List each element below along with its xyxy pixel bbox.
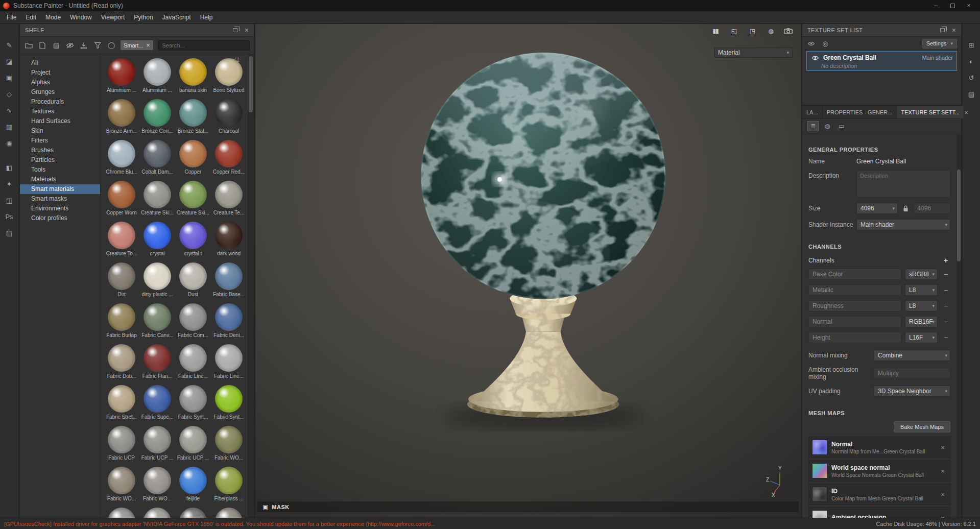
symmetry-tool-icon[interactable]: ✦ bbox=[3, 178, 15, 189]
material-item[interactable]: Aluminium ... bbox=[105, 58, 138, 93]
channels-subtab-icon[interactable]: ◍ bbox=[822, 121, 833, 131]
channel-name-field[interactable]: Base Color bbox=[808, 269, 901, 280]
menu-edit[interactable]: Edit bbox=[21, 11, 41, 23]
material-item[interactable]: crystal bbox=[140, 222, 174, 256]
mesh-map-item[interactable]: NormalNormal Map from Me...Green Crystal… bbox=[808, 437, 950, 458]
shelf-category-alphas[interactable]: Alphas bbox=[20, 78, 100, 87]
add-channel-icon[interactable]: + bbox=[941, 257, 950, 264]
close-tab-icon[interactable]: × bbox=[964, 106, 968, 118]
clear-mesh-map-icon[interactable]: × bbox=[939, 444, 947, 451]
menu-mode[interactable]: Mode bbox=[41, 11, 65, 23]
close-button[interactable]: × bbox=[961, 0, 977, 11]
channel-format-select[interactable]: sRGB8▾ bbox=[905, 269, 938, 280]
material-item[interactable]: Fiberglass ... bbox=[212, 467, 246, 501]
pause-rendering-icon[interactable]: ▮▮ bbox=[711, 27, 720, 35]
material-item[interactable]: Copper Red... bbox=[212, 140, 246, 175]
remove-channel-button[interactable]: − bbox=[941, 333, 950, 342]
material-item[interactable]: Fabric Burlap bbox=[105, 303, 138, 338]
material-item[interactable]: feijide bbox=[176, 467, 210, 501]
material-item[interactable]: Fabric Line... bbox=[176, 344, 210, 379]
material-item[interactable]: Bronze Corr... bbox=[140, 99, 174, 134]
close-panel-icon[interactable]: × bbox=[952, 27, 956, 34]
material-item[interactable] bbox=[212, 508, 246, 518]
channel-name-field[interactable]: Normal bbox=[808, 316, 901, 327]
channel-format-select[interactable]: L8▾ bbox=[905, 284, 938, 296]
uv-padding-select[interactable]: 3D Space Neighbor ▾ bbox=[874, 386, 950, 397]
photoshop-export-icon[interactable]: Ps bbox=[3, 211, 15, 222]
projection-tool-icon[interactable]: ▣ bbox=[3, 72, 15, 83]
resources-icon[interactable]: ▤ bbox=[3, 227, 15, 238]
shader-instance-select[interactable]: Main shader ▾ bbox=[856, 219, 950, 230]
mesh-map-item[interactable]: Ambient occlusion× bbox=[808, 507, 950, 518]
menu-python[interactable]: Python bbox=[129, 11, 157, 23]
material-item[interactable]: Cobalt Dam... bbox=[140, 140, 174, 175]
material-item[interactable]: Fabric UCP ... bbox=[140, 426, 174, 461]
menu-file[interactable]: File bbox=[2, 11, 21, 23]
split-view-icon[interactable]: ◱ bbox=[729, 27, 738, 35]
shelf-category-color-profiles[interactable]: Color profiles bbox=[20, 213, 100, 223]
material-item[interactable]: dark wood bbox=[212, 222, 246, 256]
channel-format-select[interactable]: L16F▾ bbox=[905, 332, 938, 343]
material-item[interactable]: crystal t bbox=[176, 222, 210, 256]
filter-funnel-icon[interactable] bbox=[93, 41, 102, 50]
tab-properties-gener[interactable]: PROPERTIES - GENER... bbox=[823, 106, 897, 118]
material-item[interactable]: Charcoal bbox=[212, 99, 246, 134]
material-item[interactable]: Fabric Synt... bbox=[176, 385, 210, 420]
display-settings-icon[interactable]: ⊞ bbox=[965, 39, 977, 51]
view-material-icon[interactable]: ◍ bbox=[766, 27, 775, 35]
material-item[interactable]: Fabric Line... bbox=[212, 344, 246, 379]
history-icon[interactable]: ↺ bbox=[965, 72, 977, 83]
uv-tool-icon[interactable]: ◫ bbox=[3, 195, 15, 206]
bake-mesh-maps-button[interactable]: Bake Mesh Maps bbox=[894, 421, 950, 432]
texture-set-settings-subtab-icon[interactable]: ≣ bbox=[807, 121, 819, 131]
shelf-category-procedurals[interactable]: Procedurals bbox=[20, 97, 100, 107]
shelf-category-environments[interactable]: Environments bbox=[20, 204, 100, 213]
shelf-category-all[interactable]: All bbox=[20, 58, 100, 68]
channel-name-field[interactable]: Metallic bbox=[808, 284, 901, 296]
viewport-3d[interactable]: ▮▮◱◳◍ Material ▾ ▣ MASK Y Z X bbox=[255, 24, 801, 518]
menu-help[interactable]: Help bbox=[196, 11, 218, 23]
clone-tool-icon[interactable]: ▥ bbox=[3, 121, 15, 132]
shading-mode-select[interactable]: Material ▾ bbox=[714, 47, 793, 58]
properties-scrollbar[interactable] bbox=[957, 134, 961, 518]
remove-filter-icon[interactable]: × bbox=[147, 42, 150, 49]
axis-gizmo[interactable]: Y Z X bbox=[766, 466, 790, 497]
shelf-category-materials[interactable]: Materials bbox=[20, 175, 100, 184]
material-item[interactable]: Dust bbox=[176, 262, 210, 297]
remove-channel-button[interactable]: − bbox=[941, 270, 950, 278]
remove-channel-button[interactable]: − bbox=[941, 318, 950, 326]
shelf-category-particles[interactable]: Particles bbox=[20, 155, 100, 165]
view-3d-icon[interactable]: ◳ bbox=[748, 27, 757, 35]
solo-filter-icon[interactable]: ◎ bbox=[821, 39, 830, 48]
material-item[interactable]: Fabric Dob... bbox=[105, 344, 138, 379]
tab-la[interactable]: LA... bbox=[802, 106, 823, 118]
visibility-filter-icon[interactable] bbox=[806, 39, 816, 48]
material-item[interactable]: Fabric WO... bbox=[140, 467, 174, 501]
material-picker-tool-icon[interactable]: ◉ bbox=[3, 137, 15, 149]
material-item[interactable]: Fabric WO... bbox=[105, 467, 138, 501]
shelf-category-smart-materials[interactable]: Smart materials bbox=[20, 184, 100, 194]
menu-javascript[interactable]: JavaScript bbox=[158, 11, 196, 23]
material-item[interactable]: Fabric WO... bbox=[212, 426, 246, 461]
texture-set-settings-button[interactable]: Settings ▾ bbox=[922, 39, 957, 49]
mesh-maps-subtab-icon[interactable]: ▭ bbox=[836, 121, 847, 131]
shelf-category-brushes[interactable]: Brushes bbox=[20, 146, 100, 155]
shelf-category-smart-masks[interactable]: Smart masks bbox=[20, 194, 100, 204]
material-item[interactable]: Fabric Deni... bbox=[212, 303, 246, 338]
import-resources-icon[interactable] bbox=[79, 41, 88, 50]
clear-mesh-map-icon[interactable]: × bbox=[939, 514, 947, 518]
new-resource-icon[interactable] bbox=[38, 41, 47, 50]
minimize-button[interactable]: – bbox=[928, 0, 944, 11]
material-item[interactable]: Copper bbox=[176, 140, 210, 175]
material-item[interactable]: Aluminium ... bbox=[140, 58, 174, 93]
material-item[interactable]: Creature Ski... bbox=[140, 181, 174, 215]
channel-format-select[interactable]: L8▾ bbox=[905, 300, 938, 311]
material-item[interactable]: Bone Stylized bbox=[212, 58, 246, 93]
filter-loop-icon[interactable]: ◯ bbox=[107, 41, 116, 50]
material-item[interactable]: Fabric UCP ... bbox=[176, 426, 210, 461]
shelf-scrollbar-thumb[interactable] bbox=[249, 56, 253, 112]
polygon-fill-tool-icon[interactable]: ◇ bbox=[3, 88, 15, 100]
material-item[interactable]: dirty plastic ... bbox=[140, 262, 174, 297]
log-icon[interactable]: ▤ bbox=[965, 88, 977, 100]
list-view-icon[interactable]: ▤ bbox=[52, 41, 61, 50]
